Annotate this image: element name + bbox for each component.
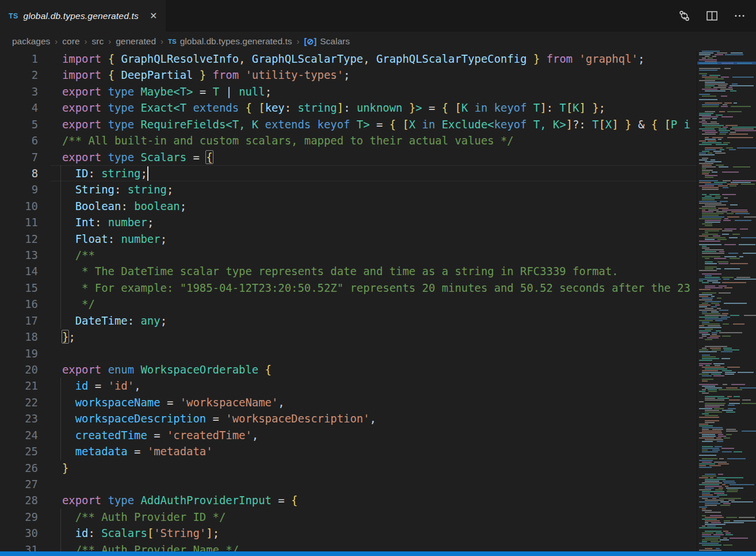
line-number[interactable]: 7 [0,149,38,165]
breadcrumb-item-src[interactable]: src [92,36,104,47]
line-number[interactable]: 10 [0,198,38,214]
line-number[interactable]: 26 [0,460,38,476]
code-text: export type Maybe<T> = T | null; [62,83,272,100]
line-number[interactable]: 30 [0,525,38,541]
code-text: metadata = 'metadata' [62,443,213,459]
line-number[interactable]: 24 [0,427,38,443]
compare-changes-icon[interactable] [678,10,690,22]
code-line-12[interactable]: 12 Float: number; [0,231,697,247]
code-text: id = 'id', [62,378,141,394]
line-number[interactable]: 25 [0,443,38,459]
more-actions-icon[interactable] [733,10,746,22]
code-line-30[interactable]: 30 id: Scalars['String']; [0,525,697,541]
breadcrumb-item-packages[interactable]: packages [12,36,50,47]
line-number[interactable]: 4 [0,100,38,116]
close-tab-icon[interactable]: ✕ [150,12,157,21]
line-number[interactable]: 21 [0,378,38,394]
code-text: Float: number; [62,231,167,247]
code-line-18[interactable]: 18}; [0,329,697,345]
code-text: id: Scalars['String']; [62,525,219,541]
code-text: /** Auth Provider Name */ [62,542,239,551]
code-text: /** Auth Provider ID */ [62,509,226,525]
minimap-current-line-band [697,62,756,64]
code-line-23[interactable]: 23 workspaceDescription = 'workspaceDesc… [0,410,697,426]
line-number[interactable]: 1 [0,51,38,67]
code-line-10[interactable]: 10 Boolean: boolean; [0,198,697,214]
breadcrumb-item-file[interactable]: TS global.db.types.generated.ts [168,36,292,47]
breadcrumb: packages › core › src › generated › TS g… [0,32,756,51]
line-number[interactable]: 11 [0,214,38,230]
line-number[interactable]: 2 [0,67,38,83]
line-number[interactable]: 8 [0,165,38,181]
code-line-21[interactable]: 21 id = 'id', [0,378,697,394]
minimap[interactable] [697,51,756,551]
line-number[interactable]: 14 [0,263,38,279]
code-line-25[interactable]: 25 metadata = 'metadata' [0,443,697,459]
code-text: export type RequireFields<T, K extends k… [62,116,690,132]
breadcrumb-separator-icon: › [296,36,299,46]
line-number[interactable]: 16 [0,296,38,312]
minimap-code-preview [697,51,756,551]
code-line-20[interactable]: 20export enum WorkspaceOrderable { [0,361,697,378]
line-number[interactable]: 19 [0,345,38,361]
breadcrumb-file-label: global.db.types.generated.ts [180,36,292,47]
code-line-28[interactable]: 28export type AddAuthProviderInput = { [0,492,697,508]
line-number[interactable]: 29 [0,509,38,525]
typescript-file-icon: TS [168,38,177,45]
line-number[interactable]: 15 [0,280,38,296]
line-number[interactable]: 6 [0,132,38,148]
typescript-file-icon: TS [9,12,18,20]
code-text: Boolean: boolean; [62,198,186,214]
code-line-6[interactable]: 6/** All built-in and custom scalars, ma… [0,132,697,148]
line-number[interactable]: 9 [0,181,38,197]
breadcrumb-symbol-label: Scalars [320,36,350,47]
line-number[interactable]: 27 [0,476,38,492]
code-line-27[interactable]: 27 [0,476,697,492]
code-line-1[interactable]: 1import { GraphQLResolveInfo, GraphQLSca… [0,51,697,67]
code-line-2[interactable]: 2import { DeepPartial } from 'utility-ty… [0,67,697,83]
line-number[interactable]: 23 [0,410,38,426]
code-line-15[interactable]: 15 * For example: "1985-04-12T23:20:50.5… [0,280,697,296]
code-text: DateTime: any; [62,313,167,329]
code-text: export type Exact<T extends { [key: stri… [62,100,605,116]
line-number[interactable]: 22 [0,394,38,410]
code-line-29[interactable]: 29 /** Auth Provider ID */ [0,509,697,525]
code-text: createdTime = 'createdTime', [62,427,258,443]
line-number[interactable]: 31 [0,542,38,551]
code-line-5[interactable]: 5export type RequireFields<T, K extends … [0,116,697,132]
code-line-22[interactable]: 22 workspaceName = 'workspaceName', [0,394,697,410]
code-text: ID: string; [62,165,148,181]
split-editor-icon[interactable] [705,10,718,22]
code-line-4[interactable]: 4export type Exact<T extends { [key: str… [0,100,697,116]
code-line-16[interactable]: 16 */ [0,296,697,312]
line-number[interactable]: 18 [0,329,38,345]
code-line-9[interactable]: 9 String: string; [0,181,697,197]
line-number[interactable]: 28 [0,492,38,508]
code-line-24[interactable]: 24 createdTime = 'createdTime', [0,427,697,443]
code-editor[interactable]: 1import { GraphQLResolveInfo, GraphQLSca… [0,51,756,551]
breadcrumb-item-core[interactable]: core [62,36,79,47]
code-text: workspaceName = 'workspaceName', [62,394,285,410]
code-line-11[interactable]: 11 Int: number; [0,214,697,230]
breadcrumb-item-generated[interactable]: generated [116,36,156,47]
code-line-7[interactable]: 7export type Scalars = { [0,149,697,165]
tab-global-db-types-generated[interactable]: TS global.db.types.generated.ts ✕ [0,0,166,32]
code-line-3[interactable]: 3export type Maybe<T> = T | null; [0,83,697,100]
line-number[interactable]: 12 [0,231,38,247]
code-area[interactable]: 1import { GraphQLResolveInfo, GraphQLSca… [0,51,697,551]
vscode-editor-window: TS global.db.types.generated.ts ✕ [0,0,756,556]
code-line-8[interactable]: 8 ID: string; [0,165,697,181]
line-number[interactable]: 17 [0,313,38,329]
code-line-17[interactable]: 17 DateTime: any; [0,313,697,329]
code-line-13[interactable]: 13 /** [0,247,697,263]
line-number[interactable]: 3 [0,83,38,100]
breadcrumb-item-symbol[interactable]: [⊘] Scalars [304,36,350,47]
code-line-14[interactable]: 14 * The DateTime scalar type represents… [0,263,697,279]
line-number[interactable]: 20 [0,361,38,378]
code-line-31[interactable]: 31 /** Auth Provider Name */ [0,542,697,551]
code-line-19[interactable]: 19 [0,345,697,361]
code-line-26[interactable]: 26} [0,460,697,476]
line-number[interactable]: 13 [0,247,38,263]
line-number[interactable]: 5 [0,116,38,132]
code-text: workspaceDescription = 'workspaceDescrip… [62,410,376,426]
